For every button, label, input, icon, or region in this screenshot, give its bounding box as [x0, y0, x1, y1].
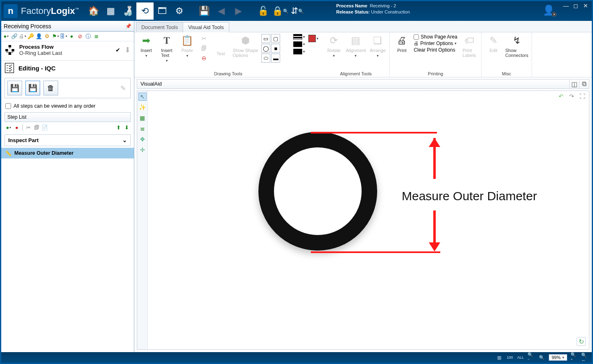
floppy-tile[interactable]: 💾	[7, 81, 22, 95]
connectors-icon: ↯	[510, 34, 523, 47]
shape-rect-icon[interactable]: ▭	[261, 34, 270, 43]
step-up-icon[interactable]: ⬆	[115, 124, 122, 131]
user-badge-x-icon: ✕	[552, 12, 557, 17]
canvas[interactable]: ↶ ↷ ⛶ Measure Outer Diameter ↻	[148, 91, 589, 349]
delete-small-icon[interactable]: ⊖	[199, 54, 209, 63]
insert-text-button[interactable]: 𝐓 Insert Text▾	[158, 34, 175, 63]
overlay-color-picker[interactable]: ▾	[308, 35, 319, 42]
pin-icon[interactable]: 📌	[125, 23, 131, 29]
shape-square-icon[interactable]: ■	[271, 44, 280, 53]
inspect-part-row[interactable]: Inspect Part ⌄	[5, 134, 131, 146]
shape-palette[interactable]: ▭ ▢ ◯ ■ ⬭ ▬	[261, 34, 290, 63]
fullscreen-icon[interactable]: ⛶	[578, 93, 586, 100]
shape-fillrect-icon[interactable]: ▬	[271, 54, 280, 63]
lock-search-icon[interactable]: 🔒🔍	[272, 2, 289, 20]
all-steps-checkbox-input[interactable]	[5, 103, 11, 109]
fill-color-picker[interactable]: ▾	[293, 41, 305, 47]
process-flow-row[interactable]: Process Flow O-Ring Label Last ✔ ⬇	[1, 41, 134, 61]
link-tool-icon[interactable]: ✥	[138, 135, 147, 143]
status-zoomout-icon[interactable]: 🔍⁻	[527, 352, 535, 363]
insert-button[interactable]: ➡ Insert▾	[138, 34, 155, 58]
status-all-icon[interactable]: ALL	[517, 355, 524, 359]
grid-tool-icon[interactable]: ▦	[138, 114, 147, 122]
hierarchy-search-icon[interactable]: ⇵🔍	[289, 2, 306, 20]
show-connectors-button[interactable]: ↯ Show Connectors	[505, 34, 528, 58]
pour-icon[interactable]: 🍶	[119, 2, 136, 20]
info-icon[interactable]: ⓘ	[85, 33, 91, 40]
group-misc: Misc	[485, 70, 528, 76]
redo-icon[interactable]: ↷	[568, 93, 576, 100]
line-weight-picker[interactable]: ▾	[293, 34, 305, 40]
pencil-icon[interactable]: ✎	[118, 83, 128, 93]
doc-window-icon[interactable]: ◫	[569, 79, 579, 88]
person-icon[interactable]: 👤	[36, 33, 42, 40]
clear-print-options-button[interactable]: Clear Print Options	[414, 47, 457, 53]
wand-tool-icon[interactable]: ✨	[138, 103, 147, 111]
pointer-tool-icon[interactable]: ↖	[138, 93, 147, 101]
cut-small-icon[interactable]: ✂	[199, 34, 209, 43]
undo-icon[interactable]: ↶	[557, 93, 565, 100]
list-icon[interactable]: ≣	[93, 33, 100, 40]
key-icon[interactable]: 🔑	[27, 33, 34, 40]
printer-icon: 🖨	[395, 34, 408, 47]
list-tool-icon[interactable]: ≣	[138, 124, 147, 133]
status-layers-icon[interactable]: ▥	[496, 355, 503, 360]
cut-icon[interactable]: ✂	[25, 124, 32, 131]
print-button[interactable]: 🖨 Print	[393, 34, 410, 53]
printer-options-button[interactable]: 🖨Printer Options ▾	[414, 41, 457, 46]
settings-icon[interactable]: ⚙	[171, 2, 188, 20]
move-tool-icon[interactable]: ✢	[138, 146, 147, 154]
shape-circle-icon[interactable]: ◯	[261, 44, 270, 53]
copy-icon[interactable]: 🗐	[33, 124, 40, 131]
flow-sub: O-Ring Label Last	[19, 50, 111, 56]
group-drawing-tools: Drawing Tools	[138, 70, 319, 76]
ok-icon[interactable]: ●	[68, 33, 75, 40]
svg-rect-0	[9, 45, 11, 47]
db-icon[interactable]: 🗄▾	[60, 33, 67, 40]
user-icon[interactable]: 👤✕	[543, 5, 555, 16]
trash-tile[interactable]: 🗑	[43, 81, 58, 95]
lock-open-icon[interactable]: 🔓	[254, 2, 272, 20]
shape-roundrect-icon[interactable]: ▢	[271, 34, 280, 43]
floppy-blue-tile[interactable]: 💾	[25, 81, 40, 95]
doc-popout-icon[interactable]: ⧉	[579, 79, 589, 88]
measurement-label: Measure Outer Diameter	[402, 189, 537, 203]
maximize-button[interactable]: ◻	[572, 2, 579, 9]
canvas-area: ↖ ✨ ▦ ≣ ✥ ✢ ↶ ↷ ⛶	[137, 90, 589, 350]
status-zoomin-icon[interactable]: 🔍⁺	[570, 352, 578, 363]
add-icon[interactable]: ●▾	[3, 33, 9, 40]
left-panel-header: Receiving Process 📌	[1, 21, 134, 32]
zoom-field[interactable]: 99%▾	[549, 354, 567, 361]
tab-visual-aid-tools[interactable]: Visual Aid Tools	[183, 22, 229, 32]
status-100-icon[interactable]: 100	[506, 355, 514, 359]
process-info: Process Name Receiving - 2 Release Statu…	[336, 3, 410, 15]
print-small-icon[interactable]: 🖨▾	[19, 33, 26, 40]
no-icon[interactable]: ⊘	[77, 33, 83, 40]
close-button[interactable]: ✕	[582, 2, 589, 9]
status-fit-icon[interactable]: 🔍↔	[581, 353, 588, 363]
grid-icon[interactable]: ▦	[102, 2, 119, 20]
step-down-icon[interactable]: ⬇	[123, 124, 130, 131]
download-icon[interactable]: ⬇	[124, 45, 131, 54]
link-icon[interactable]: 🔗	[11, 33, 18, 40]
show-page-area-checkbox[interactable]: Show Page Area	[414, 34, 457, 40]
gear-small-icon[interactable]: ⚙	[44, 33, 50, 40]
status-zoomreset-icon[interactable]: 🔍	[538, 355, 545, 360]
all-steps-checkbox[interactable]: All steps can be viewed in any order	[1, 102, 134, 112]
flag-icon[interactable]: ⚑▾	[52, 33, 59, 40]
tab-document-tools[interactable]: Document Tools	[136, 22, 183, 32]
paste-clip-icon: 📋	[181, 34, 194, 47]
paste-icon[interactable]: 📄	[41, 124, 48, 131]
line-color-picker[interactable]: ▾	[293, 49, 305, 54]
selected-step-row[interactable]: 📏 Measure Outer Diameter	[1, 148, 134, 158]
shape-ellipse-icon[interactable]: ⬭	[261, 54, 270, 63]
sync-icon[interactable]: ⟲	[136, 2, 154, 20]
home-icon[interactable]: 🏠	[85, 2, 102, 20]
step-add-icon[interactable]: ●▾	[5, 124, 12, 131]
doc-icon[interactable]: 🗔	[154, 2, 171, 20]
save-icon[interactable]: 💾	[195, 2, 213, 20]
refresh-canvas-icon[interactable]: ↻	[577, 337, 586, 346]
step-remove-icon[interactable]: ●	[14, 124, 20, 131]
minimize-button[interactable]: —	[562, 2, 570, 9]
copy-small-icon[interactable]: 🗐	[199, 44, 209, 53]
